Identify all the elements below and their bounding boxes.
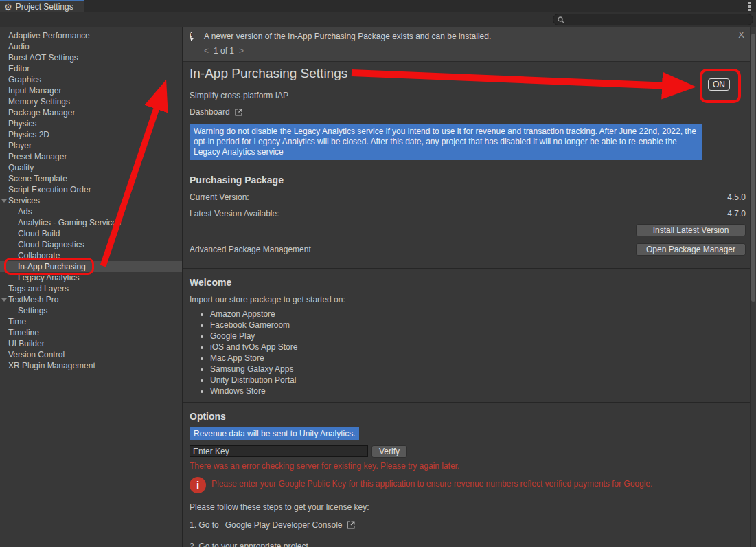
sidebar-item-preset-manager[interactable]: Preset Manager [0, 151, 182, 162]
latest-version-row: Latest Version Available: 4.7.0 [190, 209, 749, 219]
notification-icon: ! [190, 31, 201, 41]
sidebar-item-cloud-diagnostics[interactable]: Cloud Diagnostics [0, 239, 182, 250]
google-play-console-link[interactable]: Google Play Developer Console [225, 520, 343, 530]
step1-prefix: 1. Go to [190, 520, 219, 530]
sidebar-item-ui-builder[interactable]: UI Builder [0, 338, 182, 349]
sidebar-item-physics[interactable]: Physics [0, 118, 182, 129]
sidebar-item-package-manager[interactable]: Package Manager [0, 107, 182, 118]
sidebar-item-editor[interactable]: Editor [0, 63, 182, 74]
license-key-input[interactable] [190, 445, 368, 457]
sidebar-item-in-app-purchasing[interactable]: In-App Purchasing [0, 261, 182, 272]
sidebar-item-quality[interactable]: Quality [0, 162, 182, 173]
current-version-label: Current Version: [190, 192, 249, 202]
section-divider [183, 268, 756, 269]
pager-next-button[interactable]: > [239, 46, 244, 56]
store-item: Samsung Galaxy Apps [210, 364, 749, 375]
sidebar-item-burst-aot-settings[interactable]: Burst AOT Settings [0, 52, 182, 63]
banner-close-button[interactable]: X [738, 30, 744, 40]
advanced-package-management-label: Advanced Package Management [190, 245, 311, 254]
search-input[interactable] [567, 16, 748, 24]
kebab-menu-icon[interactable] [748, 2, 751, 11]
banner-message: A newer version of the In-App Purchasing… [204, 32, 491, 41]
sidebar-item-player[interactable]: Player [0, 140, 182, 151]
store-item: Facebook Gameroom [210, 320, 749, 331]
sidebar-item-timeline[interactable]: Timeline [0, 327, 182, 338]
error-info-icon: i [190, 477, 206, 493]
tab-title: Project Settings [16, 2, 73, 12]
sidebar-item-memory-settings[interactable]: Memory Settings [0, 96, 182, 107]
sidebar-item-version-control[interactable]: Version Control [0, 349, 182, 360]
store-item: Google Play [210, 331, 749, 342]
pager-text: 1 of 1 [214, 46, 234, 56]
legacy-analytics-warning: Warning do not disable the Legacy Analyt… [190, 124, 702, 160]
iap-enabled-toggle[interactable]: ON [708, 78, 730, 91]
external-link-icon [234, 108, 243, 117]
sidebar-item-scene-template[interactable]: Scene Template [0, 173, 182, 184]
verify-button[interactable]: Verify [371, 445, 407, 458]
search-icon [558, 16, 564, 23]
sidebar-item-cloud-build[interactable]: Cloud Build [0, 228, 182, 239]
open-package-manager-button[interactable]: Open Package Manager [636, 243, 746, 256]
welcome-heading: Welcome [190, 277, 749, 288]
sidebar-item-services[interactable]: Services [0, 195, 182, 206]
sidebar-item-audio[interactable]: Audio [0, 41, 182, 52]
sidebar-item-script-execution-order[interactable]: Script Execution Order [0, 184, 182, 195]
store-list: Amazon Appstore Facebook Gameroom Google… [210, 309, 749, 397]
store-item: Unity Distribution Portal [210, 375, 749, 386]
sidebar-item-tags-and-layers[interactable]: Tags and Layers [0, 283, 182, 294]
options-heading: Options [190, 411, 749, 422]
store-item: Windows Store [210, 386, 749, 397]
main-panel: ! A newer version of the In-App Purchasi… [183, 27, 756, 547]
current-version-value: 4.5.0 [727, 192, 746, 202]
purchasing-package-heading: Purchasing Package [190, 175, 749, 186]
store-item: iOS and tvOs App Store [210, 342, 749, 353]
foldout-expanded-icon[interactable] [1, 298, 7, 302]
sidebar-item-textmesh-pro[interactable]: TextMesh Pro [0, 294, 182, 305]
sidebar-item-legacy-analytics[interactable]: Legacy Analytics [0, 272, 182, 283]
sidebar-item-graphics[interactable]: Graphics [0, 74, 182, 85]
tab-project-settings[interactable]: ⚙ Project Settings [0, 0, 84, 12]
step2-text: 2. Go to your appropriate project. [190, 542, 749, 547]
page-title: In-App Purchasing Settings [190, 66, 749, 81]
page-subtitle: Simplify cross-platform IAP [190, 91, 749, 100]
store-item: Amazon Appstore [210, 309, 749, 320]
sidebar-item-xr-plugin-management[interactable]: XR Plugin Management [0, 360, 182, 371]
settings-sidebar: Adaptive Performance Audio Burst AOT Set… [0, 27, 183, 547]
update-notification-banner: ! A newer version of the In-App Purchasi… [183, 27, 756, 62]
latest-version-label: Latest Version Available: [190, 209, 279, 219]
sidebar-item-input-manager[interactable]: Input Manager [0, 85, 182, 96]
section-divider [183, 166, 756, 166]
pager-prev-button[interactable]: < [204, 46, 209, 56]
gear-icon: ⚙ [4, 3, 12, 12]
tab-bar: ⚙ Project Settings [0, 0, 756, 12]
analytics-note-badge: Revenue data will be sent to Unity Analy… [190, 427, 359, 440]
sidebar-item-textmesh-settings[interactable]: Settings [0, 305, 182, 316]
sidebar-item-collaborate[interactable]: Collaborate [0, 250, 182, 261]
banner-pager: < 1 of 1 > [204, 46, 244, 56]
sidebar-item-physics-2d[interactable]: Physics 2D [0, 129, 182, 140]
latest-version-value: 4.7.0 [727, 209, 746, 219]
search-box[interactable] [553, 14, 753, 25]
google-key-error-text: Please enter your Google Public Key for … [211, 479, 652, 489]
welcome-intro: Import our store package to get started … [190, 295, 749, 304]
sidebar-item-time[interactable]: Time [0, 316, 182, 327]
sidebar-item-ads[interactable]: Ads [0, 206, 182, 217]
sidebar-item-analytics-gaming-services[interactable]: Analytics - Gaming Services [0, 217, 182, 228]
dashboard-link[interactable]: Dashboard [190, 107, 749, 117]
foldout-expanded-icon[interactable] [1, 199, 7, 203]
vertical-scrollbar[interactable] [750, 27, 756, 547]
install-latest-version-button[interactable]: Install Latest Version [636, 224, 746, 236]
scrollbar-thumb[interactable] [751, 34, 755, 302]
store-item: Mac App Store [210, 353, 749, 364]
external-link-icon [346, 520, 356, 530]
settings-toolbar [0, 12, 756, 27]
project-settings-window: ⚙ Project Settings Adaptive Performance … [0, 0, 756, 547]
steps-intro: Please follow these steps to get your li… [190, 502, 749, 512]
current-version-row: Current Version: 4.5.0 [190, 192, 749, 202]
server-error-text: There was an error checking server for e… [190, 461, 749, 471]
section-divider [183, 402, 756, 403]
sidebar-item-adaptive-performance[interactable]: Adaptive Performance [0, 30, 182, 41]
